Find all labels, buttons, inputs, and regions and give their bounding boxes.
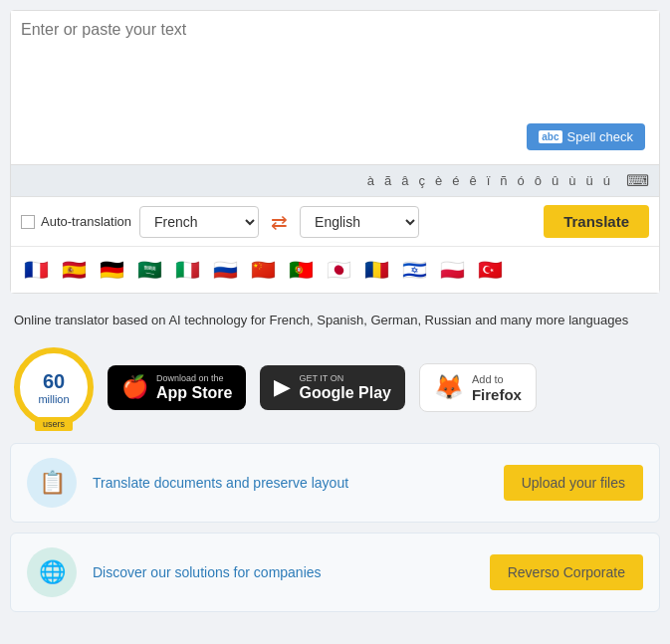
main-container: abc Spell check à ã â ç è é ê ï ñ ó ô û … [0,0,670,632]
japanese-flag[interactable]: 🇯🇵 [324,255,353,285]
char-e-grave[interactable]: è [433,172,444,189]
source-language-select[interactable]: French Spanish German Italian Russian [139,206,259,238]
romanian-flag[interactable]: 🇷🇴 [361,255,391,285]
google-play-line1: GET IT ON [299,373,390,383]
app-store-badge[interactable]: 🍎 Download on the App Store [108,365,246,410]
translate-button[interactable]: Translate [544,205,649,238]
auto-translation-label: Auto-translation [41,214,131,229]
french-flag[interactable]: 🇫🇷 [21,255,51,285]
chinese-flag[interactable]: 🇨🇳 [248,255,278,285]
italian-flag[interactable]: 🇮🇹 [172,255,202,285]
text-area-section: abc Spell check [11,11,659,164]
spell-check-label: Spell check [567,129,633,144]
char-o-acute[interactable]: ó [516,172,527,189]
char-n-tilde[interactable]: ñ [498,172,509,189]
apple-icon: 🍎 [121,374,148,400]
special-chars-bar: à ã â ç è é ê ï ñ ó ô û ù ü ú ⌨ [11,164,659,196]
translator-box: abc Spell check à ã â ç è é ê ï ñ ó ô û … [10,10,660,294]
google-play-badge[interactable]: ▶ GET IT ON Google Play [260,365,404,410]
auto-translation-control: Auto-translation [21,214,131,229]
char-a-tilde[interactable]: ã [382,172,393,189]
polish-flag[interactable]: 🇵🇱 [437,255,467,285]
users-badge-inner: 60 million [38,370,69,405]
firefox-line2: Firefox [472,386,522,403]
corporate-icon-circle: 🌐 [27,547,77,597]
document-icon: 📋 [39,470,66,496]
spell-check-icon: abc [539,130,561,143]
swap-icon: ⇄ [271,211,288,233]
char-a-circ[interactable]: â [399,172,410,189]
char-i-uml[interactable]: ï [485,172,493,189]
auto-translation-checkbox[interactable] [21,215,35,229]
app-store-line1: Download on the [156,373,232,383]
arabic-flag[interactable]: 🇸🇦 [134,255,164,285]
google-play-icon: ▶ [274,374,291,400]
german-flag[interactable]: 🇩🇪 [97,255,126,285]
char-a-grave[interactable]: à [365,172,376,189]
char-u-grave[interactable]: ù [566,172,577,189]
char-u-acute[interactable]: ú [601,172,612,189]
description-text: Online translator based on AI technology… [10,304,660,337]
google-play-text: GET IT ON Google Play [299,373,390,402]
flags-bar: 🇫🇷 🇪🇸 🇩🇪 🇸🇦 🇮🇹 🇷🇺 🇨🇳 🇵🇹 🇯🇵 🇷🇴 🇮🇱 🇵🇱 🇹🇷 [11,246,659,293]
translate-docs-icon-circle: 📋 [27,458,77,508]
spanish-flag[interactable]: 🇪🇸 [59,255,89,285]
spell-check-button[interactable]: abc Spell check [527,123,645,150]
google-play-line2: Google Play [299,383,390,402]
globe-icon: 🌐 [39,559,66,585]
firefox-badge[interactable]: 🦊 Add to Firefox [419,363,537,412]
char-e-circ[interactable]: ê [468,172,479,189]
turkish-flag[interactable]: 🇹🇷 [475,255,505,285]
upload-files-button[interactable]: Upload your files [504,465,643,501]
firefox-line1: Add to [472,372,522,386]
firefox-icon: 🦊 [434,373,464,401]
users-number: 60 [38,370,69,393]
char-u-circ[interactable]: û [550,172,560,189]
char-u-uml[interactable]: ü [584,172,595,189]
translate-docs-card: 📋 Translate documents and preserve layou… [10,443,660,523]
char-c-cedil[interactable]: ç [417,172,428,189]
translate-docs-text: Translate documents and preserve layout [93,475,488,491]
users-badge: 60 million users [14,347,94,427]
char-o-circ[interactable]: ô [533,172,544,189]
portuguese-flag[interactable]: 🇵🇹 [286,255,316,285]
char-e-acute[interactable]: é [450,172,461,189]
users-label: million [38,393,69,405]
corporate-text: Discover our solutions for companies [93,564,474,580]
app-store-text: Download on the App Store [156,373,232,402]
app-badges-row: 60 million users 🍎 Download on the App S… [10,337,660,437]
target-language-select[interactable]: English French Spanish German [300,206,419,238]
hebrew-flag[interactable]: 🇮🇱 [399,255,429,285]
users-ribbon: users [35,417,73,431]
corporate-card: 🌐 Discover our solutions for companies R… [10,533,660,612]
keyboard-icon[interactable]: ⌨ [626,171,649,190]
russian-flag[interactable]: 🇷🇺 [210,255,240,285]
reverso-corporate-button[interactable]: Reverso Corporate [490,554,643,590]
swap-languages-button[interactable]: ⇄ [267,210,292,234]
app-store-line2: App Store [156,383,232,402]
firefox-text: Add to Firefox [472,372,522,403]
controls-bar: Auto-translation French Spanish German I… [11,196,659,246]
